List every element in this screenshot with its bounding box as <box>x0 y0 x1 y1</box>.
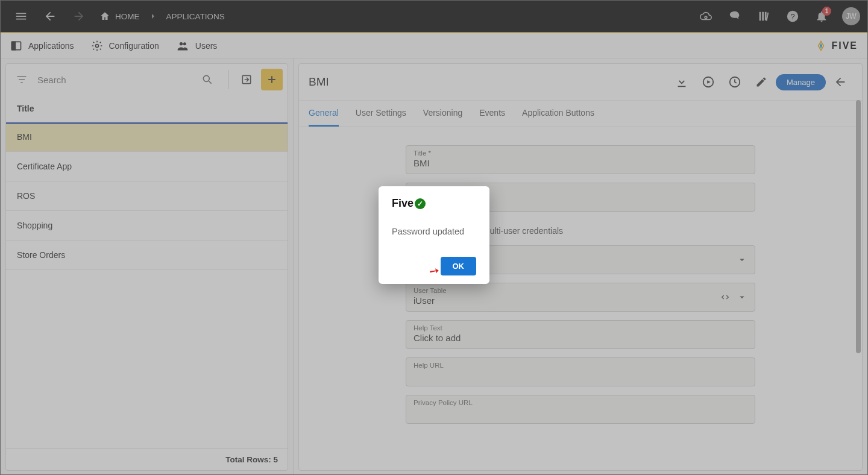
ok-button[interactable]: OK <box>441 257 477 275</box>
modal-title: Five ✓ <box>392 197 476 210</box>
modal-title-text: Five <box>392 197 414 210</box>
check-icon: ✓ <box>415 198 426 209</box>
modal-message: Password updated <box>392 227 476 236</box>
modal: Five ✓ Password updated OK ➚ <box>379 186 489 284</box>
modal-overlay: Five ✓ Password updated OK ➚ <box>1 1 867 474</box>
modal-actions: OK <box>392 257 476 279</box>
